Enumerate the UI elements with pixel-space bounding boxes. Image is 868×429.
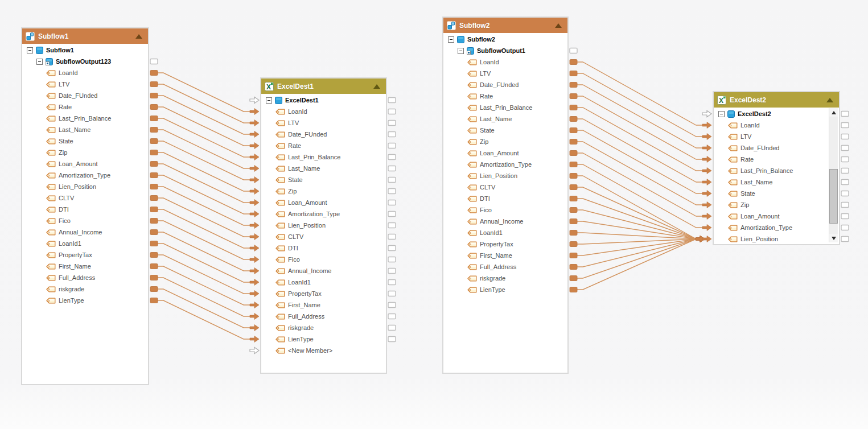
input-port-exceldest1-LoanId1[interactable] bbox=[250, 279, 259, 286]
output-port-subflow2-Full_Address[interactable] bbox=[570, 265, 577, 270]
field-row-Last_Prin_Balance[interactable]: Last_Prin_Balance bbox=[443, 102, 567, 113]
output-port-exceldest2-Rate[interactable] bbox=[841, 157, 849, 162]
field-row-Last_Name[interactable]: Last_Name bbox=[443, 113, 567, 125]
field-row-Full_Address[interactable]: Full_Address bbox=[443, 261, 567, 273]
input-port-exceldest1-Last_Prin_Balance[interactable] bbox=[250, 154, 259, 160]
output-port-exceldest1-Date_FUnded[interactable] bbox=[388, 132, 396, 137]
collapse-button[interactable] bbox=[135, 34, 142, 39]
output-port-subflow2-First_Name[interactable] bbox=[570, 253, 577, 258]
tree-row-new-member[interactable]: <New Member> bbox=[261, 345, 386, 356]
output-port-subflow1-PropertyTax[interactable] bbox=[150, 253, 158, 258]
connector-subflow1-Full_Address[interactable] bbox=[158, 278, 250, 316]
field-row-LoanId1[interactable]: LoanId1 bbox=[261, 277, 386, 288]
field-row-First_Name[interactable]: First_Name bbox=[261, 299, 386, 311]
node-exceldest1[interactable]: XExcelDest1ExcelDest1LoanIdLTVDate_FUnde… bbox=[260, 77, 387, 374]
field-row-Last_Prin_Balance[interactable]: Last_Prin_Balance bbox=[714, 165, 839, 176]
connector-subflow2-LienType[interactable] bbox=[577, 239, 703, 290]
output-port-subflow1-Zip[interactable] bbox=[150, 150, 158, 155]
output-port-subflow1-Date_FUnded[interactable] bbox=[150, 93, 158, 98]
field-row-riskgrade[interactable]: riskgrade bbox=[261, 322, 386, 333]
output-port-exceldest1-PropertyTax[interactable] bbox=[388, 291, 396, 296]
input-port-exceldest1-Last_Name[interactable] bbox=[250, 166, 259, 172]
connector-subflow1-LTV[interactable] bbox=[158, 84, 250, 123]
field-row-Rate[interactable]: Rate bbox=[443, 90, 567, 102]
output-port-exceldest1-DTI[interactable] bbox=[388, 246, 396, 251]
connector-subflow1-Rate[interactable] bbox=[158, 107, 250, 146]
tree-row-node[interactable]: ExcelDest2 bbox=[714, 108, 839, 119]
output-port-subflow2-Zip[interactable] bbox=[570, 139, 577, 145]
field-row-Annual_Income[interactable]: Annual_Income bbox=[22, 226, 148, 238]
input-port-exceldest1-Zip[interactable] bbox=[250, 188, 259, 195]
tree-row-node[interactable]: Subflow1 bbox=[22, 44, 148, 56]
tree-row-node[interactable]: Subflow2 bbox=[443, 34, 567, 45]
node-subflow1[interactable]: Subflow1Subflow1SubflowOutput123LoanIdLT… bbox=[21, 27, 149, 385]
output-port-exceldest1-Last_Prin_Balance[interactable] bbox=[388, 155, 396, 160]
output-port-exceldest2-Zip[interactable] bbox=[841, 203, 849, 208]
output-port-subflow1-LoanId[interactable] bbox=[150, 71, 158, 76]
field-row-Loan_Amount[interactable]: Loan_Amount bbox=[261, 197, 386, 208]
connector-subflow1-Fico[interactable] bbox=[158, 221, 250, 259]
output-port-subflow2-Last_Name[interactable] bbox=[570, 117, 577, 122]
field-row-LoanId[interactable]: LoanId bbox=[443, 56, 567, 68]
connector-subflow2-riskgrade[interactable] bbox=[577, 239, 703, 278]
node-header[interactable]: Subflow2 bbox=[443, 18, 567, 33]
field-row-Annual_Income[interactable]: Annual_Income bbox=[261, 265, 386, 277]
collapse-button[interactable] bbox=[826, 98, 833, 102]
input-port-exceldest1-DTI[interactable] bbox=[250, 245, 259, 251]
field-row-Rate[interactable]: Rate bbox=[714, 154, 839, 165]
output-port-exceldest1-Annual_Income[interactable] bbox=[388, 269, 396, 274]
connector-subflow1-DTI[interactable] bbox=[158, 209, 250, 248]
field-row-Rate[interactable]: Rate bbox=[261, 140, 386, 151]
output-port-exceldest2-Date_FUnded[interactable] bbox=[841, 146, 849, 151]
output-port-subflow1-DTI[interactable] bbox=[150, 207, 158, 212]
connector-subflow1-State[interactable] bbox=[158, 141, 250, 180]
output-port-exceldest1-Fico[interactable] bbox=[388, 257, 396, 262]
input-port-exceldest2-Rate[interactable] bbox=[702, 156, 711, 163]
node-subflow2[interactable]: Subflow2Subflow2SubflowOutput1LoanIdLTVD… bbox=[442, 16, 569, 374]
output-port-subflow2-Rate[interactable] bbox=[570, 94, 577, 99]
field-row-riskgrade[interactable]: riskgrade bbox=[443, 273, 567, 284]
output-port-exceldest1-LienType[interactable] bbox=[388, 337, 396, 342]
output-port-exceldest1-Lien_Position[interactable] bbox=[388, 223, 396, 228]
field-row-Last_Prin_Balance[interactable]: Last_Prin_Balance bbox=[261, 151, 386, 163]
field-row-CLTV[interactable]: CLTV bbox=[443, 182, 567, 193]
input-port-exceldest2-LTV[interactable] bbox=[702, 134, 711, 140]
field-row-Lien_Position[interactable]: Lien_Position bbox=[714, 233, 839, 245]
output-port-subflow1-riskgrade[interactable] bbox=[150, 287, 158, 292]
input-port-exceldest1-Loan_Amount[interactable] bbox=[250, 200, 259, 206]
field-row-LTV[interactable]: LTV bbox=[443, 68, 567, 79]
field-row-LoanId[interactable]: LoanId bbox=[714, 119, 839, 131]
input-port-exceldest1-PropertyTax[interactable] bbox=[250, 291, 259, 297]
field-row-Rate[interactable]: Rate bbox=[22, 101, 148, 113]
field-row-Amortization_Type[interactable]: Amortization_Type bbox=[443, 159, 567, 170]
expand-toggle-icon[interactable] bbox=[718, 111, 725, 117]
field-row-First_Name[interactable]: First_Name bbox=[22, 261, 148, 272]
field-row-LoanId1[interactable]: LoanId1 bbox=[443, 227, 567, 238]
output-port-exceldest1-Rate[interactable] bbox=[388, 143, 396, 148]
scroll-down-button[interactable] bbox=[829, 234, 838, 242]
field-row-Amortization_Type[interactable]: Amortization_Type bbox=[22, 170, 148, 181]
field-row-State[interactable]: State bbox=[261, 174, 386, 185]
expand-toggle-icon[interactable] bbox=[27, 47, 33, 53]
field-row-Loan_Amount[interactable]: Loan_Amount bbox=[443, 147, 567, 159]
output-port-subflow1-SubflowOutput123[interactable] bbox=[150, 59, 158, 64]
output-port-subflow1-LTV[interactable] bbox=[150, 82, 158, 87]
field-row-CLTV[interactable]: CLTV bbox=[261, 231, 386, 242]
field-row-LienType[interactable]: LienType bbox=[22, 295, 148, 306]
field-row-Amortization_Type[interactable]: Amortization_Type bbox=[714, 222, 839, 233]
input-port-exceldest2-Zip[interactable] bbox=[702, 202, 711, 208]
field-row-Annual_Income[interactable]: Annual_Income bbox=[443, 216, 567, 227]
output-port-subflow2-State[interactable] bbox=[570, 128, 577, 133]
field-row-Zip[interactable]: Zip bbox=[714, 199, 839, 211]
output-port-subflow2-LienType[interactable] bbox=[570, 287, 577, 292]
node-header[interactable]: XExcelDest1 bbox=[261, 79, 386, 94]
input-port-exceldest2-Last_Prin_Balance[interactable] bbox=[702, 168, 711, 174]
output-port-subflow1-LoanId1[interactable] bbox=[150, 241, 158, 246]
input-port-exceldest2-Lien_Position[interactable] bbox=[702, 236, 711, 242]
output-port-exceldest1-Full_Address[interactable] bbox=[388, 314, 396, 319]
field-row-DTI[interactable]: DTI bbox=[261, 242, 386, 254]
output-port-subflow2-SubflowOutput1[interactable] bbox=[570, 48, 577, 53]
output-port-exceldest2-Last_Prin_Balance[interactable] bbox=[841, 168, 849, 174]
output-port-subflow1-LienType[interactable] bbox=[150, 298, 158, 303]
field-row-Amortization_Type[interactable]: Amortization_Type bbox=[261, 208, 386, 220]
